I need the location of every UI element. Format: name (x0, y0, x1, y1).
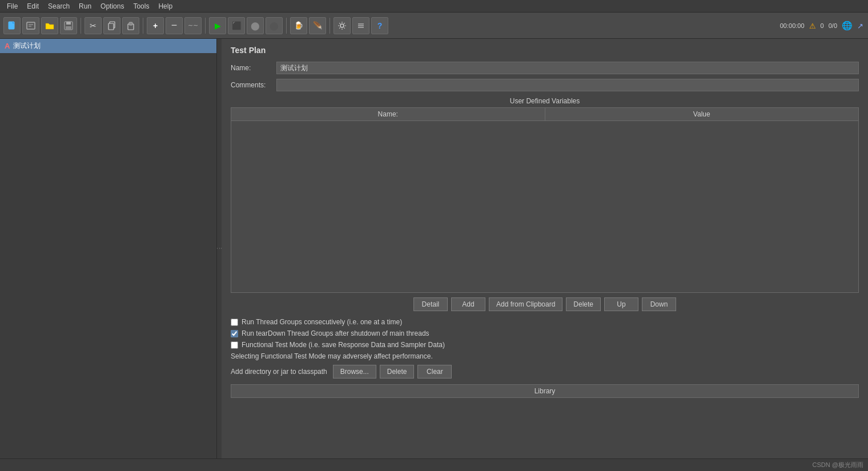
menu-file[interactable]: File (2, 1, 22, 11)
delete-button[interactable]: Delete (566, 297, 601, 311)
globe-icon: 🌐 (842, 21, 853, 31)
remove-node-button[interactable]: − (166, 17, 183, 34)
stop-button[interactable]: ⬤ (247, 17, 264, 34)
classpath-delete-button[interactable]: Delete (380, 365, 415, 379)
checkbox-row-2: Run tearDown Thread Groups after shutdow… (231, 329, 859, 337)
checkbox-consecutive-label: Run Thread Groups consecutively (i.e. on… (242, 318, 402, 326)
remote-stop-button[interactable]: 🪶 (309, 17, 326, 34)
table-header: Name: Value (231, 108, 858, 121)
timer-display: 00:00:00 (780, 22, 805, 29)
config-button[interactable] (333, 17, 351, 34)
svg-rect-7 (66, 26, 71, 30)
sidebar: A 测试计划 (0, 39, 217, 458)
add-node-button[interactable]: + (147, 17, 164, 34)
action-buttons: Detail Add Add from Clipboard Delete Up … (231, 297, 859, 311)
menu-tools[interactable]: Tools (128, 1, 154, 11)
checkbox-functional[interactable] (231, 341, 238, 349)
svg-point-12 (340, 24, 344, 27)
sep1 (81, 18, 81, 34)
main-layout: A 测试计划 ⋮ Test Plan Name: Comments: User … (0, 39, 868, 458)
content-area: Test Plan Name: Comments: User Defined V… (222, 39, 868, 458)
sep2 (143, 18, 143, 34)
run-button[interactable]: ▶ (209, 17, 226, 34)
functional-mode-info: Selecting Functional Test Mode may adver… (231, 352, 859, 360)
divider-handle[interactable]: ⋮ (217, 39, 222, 458)
fraction-display: 0/0 (829, 22, 837, 29)
template-button[interactable] (22, 17, 39, 34)
browse-button[interactable]: Browse... (333, 365, 376, 379)
remote-start-button[interactable]: 🍺 (290, 17, 307, 34)
testplan-icon: A (5, 42, 10, 50)
checkbox-consecutive[interactable] (231, 319, 238, 326)
open-button[interactable] (41, 17, 58, 34)
sidebar-item-label: 测试计划 (13, 41, 41, 51)
checkbox-row-1: Run Thread Groups consecutively (i.e. on… (231, 318, 859, 326)
svg-rect-2 (27, 22, 35, 29)
comments-label: Comments: (231, 81, 276, 89)
checkbox-functional-label: Functional Test Mode (i.e. save Response… (242, 341, 445, 349)
name-label: Name: (231, 64, 276, 72)
table-body[interactable] (231, 121, 858, 292)
down-button[interactable]: Down (642, 297, 676, 311)
dark-stop-button[interactable]: ⬤ (266, 17, 283, 34)
menu-run[interactable]: Run (74, 1, 96, 11)
col-name: Name: (231, 108, 545, 120)
warning-count: 0 (821, 22, 824, 29)
comments-input[interactable] (276, 79, 859, 91)
save-button[interactable] (60, 17, 77, 34)
menu-edit[interactable]: Edit (22, 1, 43, 11)
classpath-row: Add directory or jar to classpath Browse… (231, 365, 859, 379)
menu-options[interactable]: Options (96, 1, 128, 11)
new-button[interactable] (3, 17, 21, 34)
svg-rect-6 (66, 22, 71, 25)
checkbox-row-3: Functional Test Mode (i.e. save Response… (231, 341, 859, 349)
name-input[interactable] (276, 62, 859, 74)
sep5 (329, 18, 330, 34)
bottom-bar: CSDN @极光雨雨 (0, 458, 868, 471)
checkbox-teardown[interactable] (231, 330, 238, 337)
bottom-bar-text: CSDN @极光雨雨 (813, 461, 863, 469)
detail-button[interactable]: Detail (413, 297, 448, 311)
page-title: Test Plan (231, 46, 859, 55)
stop-no-teardown-button[interactable]: ⬛ (228, 17, 245, 34)
checkbox-teardown-label: Run tearDown Thread Groups after shutdow… (242, 329, 429, 337)
clear-button[interactable]: ∼∼ (184, 17, 202, 34)
clear-classpath-button[interactable]: Clear (417, 365, 452, 379)
copy-button[interactable] (103, 17, 120, 34)
sep3 (205, 18, 206, 34)
list-button[interactable] (352, 17, 369, 34)
variables-header: User Defined Variables (231, 97, 859, 105)
name-row: Name: (231, 62, 859, 74)
add-button[interactable]: Add (451, 297, 485, 311)
cut-button[interactable]: ✂ (85, 17, 102, 34)
warning-icon: ⚠ (809, 22, 816, 30)
variables-table: Name: Value (231, 107, 859, 293)
variables-section: User Defined Variables Name: Value Detai… (231, 97, 859, 311)
col-value: Value (545, 108, 859, 120)
menu-help[interactable]: Help (154, 1, 177, 11)
library-section: Library (231, 384, 859, 398)
menubar: File Edit Search Run Options Tools Help (0, 0, 868, 13)
paste-button[interactable] (122, 17, 139, 34)
sidebar-item-testplan[interactable]: A 测试计划 (0, 39, 216, 53)
toolbar: ✂ + − ∼∼ ▶ ⬛ ⬤ ⬤ 🍺 🪶 ? 00:00:00 ⚠ 0 0/0 … (0, 13, 868, 39)
checkboxes-section: Run Thread Groups consecutively (i.e. on… (231, 318, 859, 360)
add-from-clipboard-button[interactable]: Add from Clipboard (489, 297, 562, 311)
up-button[interactable]: Up (604, 297, 638, 311)
help-button[interactable]: ? (371, 17, 388, 34)
menu-search[interactable]: Search (43, 1, 74, 11)
classpath-label: Add directory or jar to classpath (231, 368, 327, 376)
svg-rect-11 (129, 22, 132, 25)
comments-row: Comments: (231, 79, 859, 91)
sep4 (286, 18, 287, 34)
statusbar: 00:00:00 ⚠ 0 0/0 🌐 ↗ (775, 13, 868, 39)
svg-rect-9 (108, 23, 114, 30)
library-header: Library (231, 384, 859, 398)
arrow-icon: ↗ (857, 22, 863, 30)
